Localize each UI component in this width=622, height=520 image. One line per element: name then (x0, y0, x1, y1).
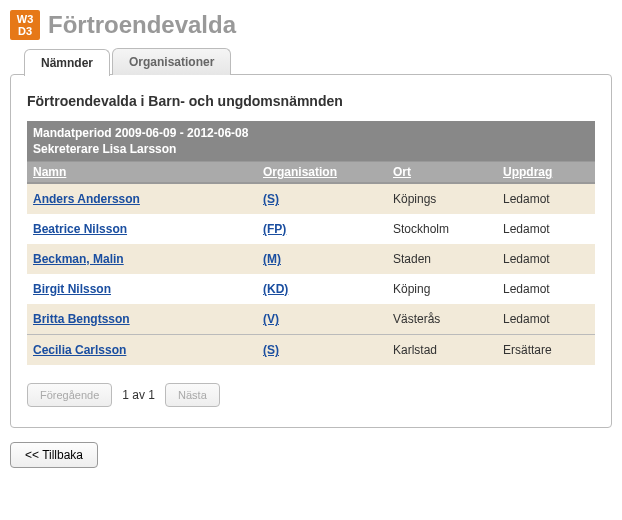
members-table: Mandatperiod 2009-06-09 - 2012-06-08 Sek… (27, 121, 595, 365)
logo-line1: W3 (17, 13, 34, 25)
member-name-link[interactable]: Birgit Nilsson (33, 282, 111, 296)
table-row: Beckman, Malin(M)StadenLedamot (27, 244, 595, 274)
next-button[interactable]: Nästa (165, 383, 220, 407)
column-headers: Namn Organisation Ort Uppdrag (27, 162, 595, 184)
ort-cell: Västerås (387, 304, 497, 335)
table-row: Anders Andersson(S)KöpingsLedamot (27, 183, 595, 214)
member-name-link[interactable]: Britta Bengtsson (33, 312, 130, 326)
prev-button[interactable]: Föregående (27, 383, 112, 407)
uppdrag-cell: Ersättare (497, 335, 595, 365)
org-link[interactable]: (M) (263, 252, 281, 266)
ort-cell: Stockholm (387, 214, 497, 244)
org-link[interactable]: (V) (263, 312, 279, 326)
col-org[interactable]: Organisation (257, 162, 387, 184)
table-row: Birgit Nilsson(KD)KöpingLedamot (27, 274, 595, 304)
pager: Föregående 1 av 1 Nästa (27, 383, 595, 407)
member-name-link[interactable]: Anders Andersson (33, 192, 140, 206)
page-title: Förtroendevalda (48, 11, 236, 39)
secretary-line: Sekreterare Lisa Larsson (33, 141, 589, 157)
ort-cell: Karlstad (387, 335, 497, 365)
mandate-row: Mandatperiod 2009-06-09 - 2012-06-08 Sek… (27, 121, 595, 162)
table-row: Cecilia Carlsson(S)KarlstadErsättare (27, 335, 595, 365)
table-row: Britta Bengtsson(V)VästeråsLedamot (27, 304, 595, 335)
col-uppdrag[interactable]: Uppdrag (497, 162, 595, 184)
mandate-period: Mandatperiod 2009-06-09 - 2012-06-08 (33, 125, 589, 141)
col-name[interactable]: Namn (27, 162, 257, 184)
panel-title: Förtroendevalda i Barn- och ungdomsnämnd… (27, 93, 595, 109)
ort-cell: Staden (387, 244, 497, 274)
back-button[interactable]: << Tillbaka (10, 442, 98, 468)
uppdrag-cell: Ledamot (497, 244, 595, 274)
member-name-link[interactable]: Beatrice Nilsson (33, 222, 127, 236)
logo-line2: D3 (18, 25, 32, 37)
header: W3 D3 Förtroendevalda (10, 10, 612, 40)
uppdrag-cell: Ledamot (497, 274, 595, 304)
tab-organisationer[interactable]: Organisationer (112, 48, 231, 75)
ort-cell: Köping (387, 274, 497, 304)
tab-namnder[interactable]: Nämnder (24, 49, 110, 76)
content-panel: Förtroendevalda i Barn- och ungdomsnämnd… (10, 74, 612, 428)
page-info: 1 av 1 (122, 388, 155, 402)
tab-bar: Nämnder Organisationer (24, 48, 612, 75)
uppdrag-cell: Ledamot (497, 183, 595, 214)
app-logo: W3 D3 (10, 10, 40, 40)
col-ort[interactable]: Ort (387, 162, 497, 184)
org-link[interactable]: (S) (263, 343, 279, 357)
member-name-link[interactable]: Cecilia Carlsson (33, 343, 126, 357)
uppdrag-cell: Ledamot (497, 304, 595, 335)
member-name-link[interactable]: Beckman, Malin (33, 252, 124, 266)
uppdrag-cell: Ledamot (497, 214, 595, 244)
ort-cell: Köpings (387, 183, 497, 214)
org-link[interactable]: (FP) (263, 222, 286, 236)
org-link[interactable]: (KD) (263, 282, 288, 296)
table-row: Beatrice Nilsson(FP)StockholmLedamot (27, 214, 595, 244)
org-link[interactable]: (S) (263, 192, 279, 206)
